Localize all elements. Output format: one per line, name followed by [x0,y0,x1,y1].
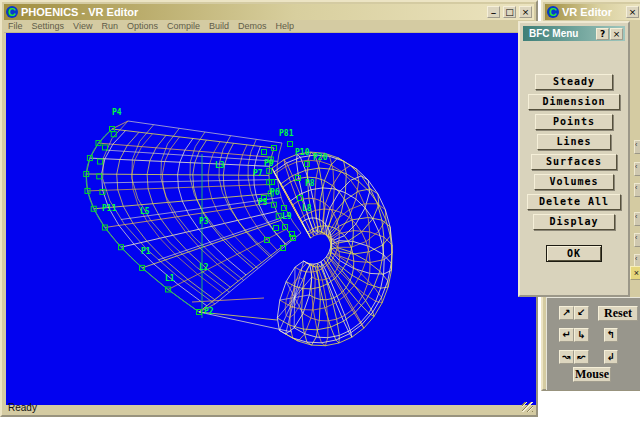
mesh-label-p10: P10 [295,148,310,157]
swing-down-button[interactable]: ↝ [559,350,574,364]
mesh-label-p1: P1 [141,247,151,256]
menu-help[interactable]: Help [276,21,295,31]
vr-titlebar[interactable]: C VR Editor × [545,4,640,20]
mesh-label-l3: L3 [215,161,225,170]
resize-grip[interactable] [522,402,533,412]
mesh-label-p81: P81 [279,129,294,138]
maximize-button[interactable]: □ [503,6,516,18]
mesh-label-p7: P7 [253,169,263,178]
status-text: Ready [8,402,37,413]
menu-file[interactable]: File [8,21,23,31]
bfc-menu-dialog: BFC Menu ? × Steady Dimension Points Lin… [518,21,630,297]
menu-run[interactable]: Run [101,21,118,31]
turn-right-button[interactable]: ↳ [574,328,589,342]
rotate-up-right-button[interactable]: ↗ [559,306,574,320]
menu-view[interactable]: View [73,21,92,31]
mesh-label-p4: P4 [112,108,122,117]
mesh-label-l1: L1 [165,274,175,283]
3d-viewport[interactable]: P4P11L5P1L3P3L2L1P2P81P10P20P9P7P8P6P5L9… [6,33,536,405]
bfc-dialog-title: BFC Menu [525,28,596,39]
steady-button[interactable]: Steady [535,74,613,90]
bfc-help-button[interactable]: ? [596,28,609,40]
dismiss-stub-button[interactable]: × [630,266,640,280]
mesh-label-l9: L9 [282,212,292,221]
menu-demos[interactable]: Demos [238,21,267,31]
minimize-icon: _ [491,4,496,14]
phoenics-logo-icon: C [547,6,559,18]
main-window-title: PHOENICS - VR Editor [21,6,138,18]
lines-button[interactable]: Lines [537,134,611,150]
main-window: C PHOENICS - VR Editor _ □ × File Settin… [0,0,538,417]
main-titlebar[interactable]: C PHOENICS - VR Editor _ □ × [4,4,534,20]
tilt-down-button[interactable]: ↲ [604,350,618,364]
mesh-label-l5: L5 [140,207,150,216]
phoenics-logo-icon: C [6,6,18,18]
delete-all-button[interactable]: Delete All [527,194,621,210]
turn-left-button[interactable]: ↵ [559,328,574,342]
spin-button-3[interactable]: ‹ [634,183,640,197]
spin-button-1[interactable]: ‹ [634,140,640,154]
reset-button[interactable]: Reset [598,306,638,321]
minimize-button[interactable]: _ [487,6,500,18]
display-button[interactable]: Display [533,214,615,230]
mesh-label-p20: P20 [313,153,328,162]
mesh-label-p2: P2 [204,307,214,316]
spin-button-4[interactable]: ‹ [634,212,640,226]
mesh-label-p6: P6 [270,188,280,197]
points-button[interactable]: Points [535,114,613,130]
mesh-label-l2: L2 [199,263,209,272]
dimension-button[interactable]: Dimension [528,94,620,110]
movement-control-panel: ↗ ↙ Reset ↵ ↳ ↰ ↝ ↜ ↲ Mouse [546,297,640,390]
mesh-label-p8: P8 [305,179,315,188]
spin-button-2[interactable]: ‹ [634,162,640,176]
mesh-label-p5: P5 [258,198,268,207]
ok-button[interactable]: OK [546,245,602,262]
tilt-up-button[interactable]: ↰ [604,328,618,342]
screen: C PHOENICS - VR Editor _ □ × File Settin… [0,0,640,425]
menu-settings[interactable]: Settings [32,21,65,31]
bfc-close-button[interactable]: × [610,28,623,40]
mesh-label-p3: P3 [199,217,209,226]
bfc-wireframe-mesh: P4P11L5P1L3P3L2L1P2P81P10P20P9P7P8P6P5L9… [6,33,536,405]
rotate-down-left-button[interactable]: ↙ [574,306,589,320]
mouse-button[interactable]: Mouse [573,367,611,382]
bfc-titlebar[interactable]: BFC Menu ? × [523,26,625,41]
status-bar: Ready [4,402,534,413]
mesh-label-p9: P9 [264,159,274,168]
menu-build[interactable]: Build [209,21,229,31]
menu-options[interactable]: Options [127,21,158,31]
close-button[interactable]: × [519,6,532,18]
vr-close-button[interactable]: × [626,6,639,18]
vr-window-title: VR Editor [562,6,612,18]
bfc-button-column: Steady Dimension Points Lines Surfaces V… [520,74,628,262]
spin-button-5[interactable]: ‹ [634,233,640,247]
volumes-button[interactable]: Volumes [534,174,614,190]
mesh-label-l8: L8 [302,204,312,213]
surfaces-button[interactable]: Surfaces [531,154,617,170]
menu-compile[interactable]: Compile [167,21,200,31]
menu-bar: File Settings View Run Options Compile B… [4,20,534,33]
swing-up-button[interactable]: ↜ [574,350,589,364]
mesh-label-p11: P11 [102,204,117,213]
